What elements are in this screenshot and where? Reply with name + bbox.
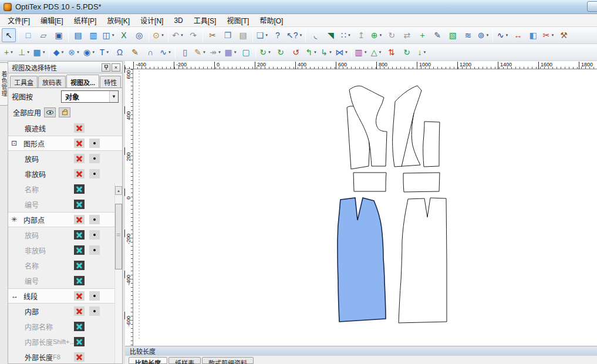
dropdown-arrow-icon[interactable]: ▼ — [161, 33, 164, 37]
rotate-free-button[interactable]: ↻ — [274, 45, 288, 59]
fold-piece-button[interactable]: ▥▼ — [354, 45, 368, 59]
dropdown-arrow-icon[interactable]: ▼ — [234, 50, 237, 54]
buttonhole-button[interactable]: ⊗▼ — [67, 45, 81, 59]
scrollbar-thumb[interactable] — [115, 204, 122, 269]
hide-x-icon[interactable] — [74, 215, 85, 224]
menu-item-3d[interactable]: 3D — [168, 15, 188, 26]
dot-toggle-icon[interactable] — [89, 154, 100, 163]
dart-tool-button[interactable]: ◆▼ — [52, 45, 66, 59]
dropdown-arrow-icon[interactable]: ▼ — [485, 33, 489, 37]
dropdown-arrow-icon[interactable]: ▼ — [345, 50, 348, 54]
dot-toggle-icon[interactable] — [89, 245, 100, 255]
flip-horizontal-button[interactable]: ↻ — [400, 45, 414, 59]
hide-x-icon[interactable] — [74, 169, 85, 178]
select-trace-button[interactable]: ▧ — [446, 28, 460, 42]
dropdown-arrow-icon[interactable]: ▼ — [265, 33, 268, 37]
minimize-button[interactable] — [587, 1, 597, 12]
redo-button[interactable]: ↷ — [186, 28, 200, 42]
menu-item-grading[interactable]: 放码[K] — [102, 14, 135, 26]
dropdown-arrow-icon[interactable]: ▼ — [60, 50, 64, 54]
dropdown-arrow-icon[interactable]: ▼ — [76, 50, 80, 54]
paste-as-new-button[interactable]: ↓▼ — [415, 45, 429, 59]
dropdown-arrow-icon[interactable]: ▼ — [112, 33, 115, 37]
context-help-button[interactable]: ↖?▼ — [286, 28, 303, 42]
chevron-down-icon[interactable]: ▼ — [109, 91, 118, 102]
compare-pieces-button[interactable]: ◧ — [526, 28, 540, 42]
dropdown-arrow-icon[interactable]: ▼ — [203, 50, 206, 54]
piece-waistband-right[interactable] — [403, 173, 440, 192]
save-file-button[interactable]: ▣ — [52, 28, 66, 42]
fabric-button[interactable]: ◥ — [323, 28, 338, 42]
seam-add-button[interactable]: ⊕▼ — [369, 28, 383, 42]
dot-toggle-icon[interactable] — [89, 306, 100, 316]
menu-item-help[interactable]: 帮助[O] — [254, 14, 288, 26]
dropdown-arrow-icon[interactable]: ▼ — [379, 33, 382, 37]
dropdown-arrow-icon[interactable]: ▼ — [299, 33, 303, 37]
hide-x-icon[interactable] — [74, 352, 85, 362]
new-file-button[interactable]: □ — [21, 28, 35, 42]
seam-raise-button[interactable]: ↥ — [354, 28, 368, 42]
paste-button[interactable]: ▤ — [236, 28, 250, 42]
rotate-piece-button[interactable]: ↻ — [384, 28, 399, 42]
tab-view-select[interactable]: 视图及... — [66, 75, 99, 87]
measure-button[interactable]: ↔ — [511, 28, 525, 42]
curve-graph-button[interactable]: ◟ — [308, 28, 322, 42]
rotate-walk-button[interactable]: ↻▼ — [258, 45, 272, 59]
rotate-angle-button[interactable]: ↳▼ — [319, 45, 333, 59]
add-notch-button[interactable]: ⊥▼ — [17, 45, 31, 59]
dropdown-arrow-icon[interactable]: ▼ — [329, 50, 332, 54]
wave-tool-button[interactable]: ∿▼ — [158, 45, 173, 59]
swap-points-button[interactable]: ⇄ — [400, 28, 414, 42]
show-x-icon[interactable] — [74, 245, 85, 255]
tab-toolbox[interactable]: 工具盒 — [10, 76, 38, 87]
dropdown-arrow-icon[interactable]: ▼ — [551, 33, 554, 37]
mirror-tool-button[interactable]: ⋈▼ — [335, 45, 349, 59]
dot-toggle-icon[interactable] — [89, 139, 100, 148]
menu-item-edit[interactable]: 编辑[E] — [35, 14, 69, 26]
hide-x-icon[interactable] — [74, 306, 85, 316]
scroll-up-icon[interactable]: ▲ — [115, 186, 122, 195]
open-file-button[interactable]: ▱ — [36, 28, 50, 42]
trace-button[interactable]: ✎ — [430, 28, 444, 42]
piece-back-bodice[interactable] — [393, 86, 421, 167]
panel-scrollbar[interactable]: ▲ — [114, 183, 122, 363]
plot-button[interactable]: ◫▼ — [102, 28, 116, 42]
close-icon[interactable]: × — [112, 63, 120, 72]
show-x-icon[interactable] — [74, 230, 85, 240]
seam-shape-button[interactable]: Ω — [113, 45, 127, 59]
dropdown-arrow-icon[interactable]: ▼ — [505, 33, 508, 37]
dropdown-arrow-icon[interactable]: ▼ — [348, 33, 351, 37]
dropdown-arrow-icon[interactable]: ▼ — [92, 50, 95, 54]
cut-button[interactable]: ✂ — [205, 28, 220, 42]
dropdown-arrow-icon[interactable]: ▼ — [218, 50, 221, 54]
menu-item-tools[interactable]: 工具[S] — [188, 14, 222, 26]
menu-item-design[interactable]: 设计[N] — [135, 14, 168, 26]
grade-info-button[interactable]: ∷▼ — [339, 28, 353, 42]
hide-x-icon[interactable] — [74, 139, 85, 148]
pin-icon[interactable] — [102, 63, 110, 72]
excel-export-button[interactable]: X — [117, 28, 131, 42]
align-pieces-button[interactable]: ▢ — [239, 45, 253, 59]
sewing-machine-button[interactable]: ▦▼ — [32, 45, 46, 59]
print-piece-button[interactable]: ▥ — [86, 28, 100, 42]
show-x-icon[interactable] — [74, 200, 85, 209]
rotate-measure-button[interactable]: ↺ — [289, 45, 303, 59]
tab-properties[interactable]: 特性 — [100, 76, 121, 87]
show-x-icon[interactable] — [74, 276, 85, 285]
hide-x-icon[interactable] — [74, 154, 85, 163]
dropdown-arrow-icon[interactable]: ▼ — [180, 33, 184, 37]
pleat-button[interactable]: ≋ — [461, 28, 475, 42]
menu-item-view[interactable]: 视图[T] — [221, 14, 254, 26]
dot-toggle-icon[interactable] — [89, 215, 100, 224]
walk-pieces-button[interactable]: ∿▼ — [495, 28, 510, 42]
pieces-layout-button[interactable]: ▦▼ — [224, 45, 238, 59]
pleat-pen-button[interactable]: ✎ — [128, 45, 142, 59]
dropdown-arrow-icon[interactable]: ▼ — [106, 50, 109, 54]
pattern-maker-button[interactable]: ⚒ — [556, 28, 571, 42]
notch-shape-button[interactable]: ∩ — [143, 45, 157, 59]
bottom-tab-piece-table[interactable]: 纸样表 — [168, 357, 201, 364]
bottom-tab-compare-length[interactable]: 比较长度 — [129, 357, 167, 364]
select-tool-button[interactable]: ↖ — [2, 28, 16, 42]
add-point-button[interactable]: +▼ — [2, 45, 16, 59]
move-point-along-button[interactable]: ↠▼ — [208, 45, 222, 59]
